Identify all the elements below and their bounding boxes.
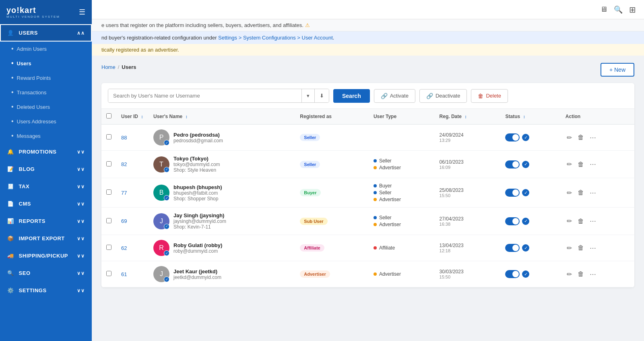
more-options-button[interactable]: ⋯ (588, 133, 597, 143)
user-type-list: Buyer Seller Advertiser (374, 183, 430, 202)
deactivate-button[interactable]: 🔗 Deactivate (419, 89, 467, 103)
sidebar-item-users-addresses[interactable]: Users Addresses (0, 114, 92, 129)
status-sort-icon: ↕ (523, 114, 525, 119)
edit-button[interactable]: ✏ (566, 188, 573, 198)
th-reg-date[interactable]: Reg. Date ↕ (435, 109, 501, 125)
edit-button[interactable]: ✏ (566, 159, 573, 169)
new-button[interactable]: + New (601, 63, 634, 77)
import-export-group-label: 📦 IMPORT EXPORT (7, 235, 65, 241)
status-toggle[interactable] (505, 244, 520, 252)
delete-row-button[interactable]: 🗑 (576, 243, 585, 253)
delete-row-button[interactable]: 🗑 (576, 188, 585, 198)
users-sub-menu: Admin Users Users Reward Points Transact… (0, 42, 92, 143)
reg-time: 13:29 (440, 138, 496, 143)
edit-button[interactable]: ✏ (566, 243, 573, 253)
status-cell: ✓ (500, 178, 560, 208)
activate-button[interactable]: 🔗 Activate (374, 89, 415, 103)
row-checkbox-69[interactable] (106, 218, 111, 223)
more-options-button[interactable]: ⋯ (588, 216, 597, 226)
edit-button[interactable]: ✏ (566, 269, 573, 279)
row-checkbox-88[interactable] (106, 134, 111, 139)
type-dot (374, 223, 377, 226)
delete-row-button[interactable]: 🗑 (576, 216, 585, 226)
search-button[interactable]: Search (333, 89, 370, 103)
edit-button[interactable]: ✏ (566, 133, 573, 143)
nav-group-import-export[interactable]: 📦 IMPORT EXPORT ∨ (0, 230, 92, 247)
th-user-id[interactable]: User ID ↕ (116, 109, 149, 125)
row-checkbox-62[interactable] (106, 245, 111, 250)
row-checkbox-82[interactable] (106, 161, 111, 166)
nav-group-promotions[interactable]: 🔔 PROMOTIONS ∨ (0, 143, 92, 160)
nav-group-settings[interactable]: ⚙️ SETTINGS ∨ (0, 282, 92, 299)
sidebar-item-transactions[interactable]: Transactions (0, 85, 92, 100)
users-table: User ID ↕ User's Name ↕ Registered as Us… (101, 109, 634, 287)
delete-row-button[interactable]: 🗑 (576, 269, 585, 279)
settings-link[interactable]: Settings > System Configurations > User … (218, 35, 333, 41)
warn-text: tically registered as an advertiser. (101, 47, 179, 53)
user-info: B ✓ bhupesh (bhupesh) bhupesh@fatbit.com… (153, 184, 290, 202)
sidebar-item-deleted-users[interactable]: Deleted Users (0, 100, 92, 114)
seo-chevron-icon: ∨ (77, 270, 85, 276)
monitor-icon[interactable]: 🖥 (600, 5, 607, 14)
promotions-chevron-icon: ∨ (77, 149, 85, 155)
user-details: Tokyo (Tokyo) tokyo@dummyid.com Shop: St… (173, 156, 220, 173)
user-details: Pedro (pedrosdsa) pedrosdsd@gmail.com (173, 132, 223, 143)
nav-group-seo[interactable]: 🔍 SEO ∨ (0, 264, 92, 282)
status-toggle-wrap: ✓ (505, 133, 555, 141)
hamburger-icon[interactable]: ☰ (79, 8, 85, 17)
search-topbar-icon[interactable]: 🔍 (614, 5, 623, 14)
shipping-icon: 🚚 (7, 253, 14, 259)
more-options-button[interactable]: ⋯ (588, 243, 597, 253)
search-dropdown-button[interactable]: ▾ (301, 89, 314, 102)
status-toggle[interactable] (505, 133, 520, 141)
nav-group-blog[interactable]: 📝 BLOG ∨ (0, 160, 92, 178)
logo-text: yo!kart (6, 6, 36, 15)
user-details: bhupesh (bhupesh) bhupesh@fatbit.com Sho… (173, 184, 222, 202)
nav-group-cms[interactable]: 📄 CMS ∨ (0, 195, 92, 212)
registered-as-cell: Sub User (295, 208, 369, 235)
tax-chevron-icon: ∨ (77, 184, 85, 189)
search-filter-button[interactable]: ⬇ (314, 89, 329, 102)
action-cell: ✏ 🗑 ⋯ (561, 208, 634, 235)
row-checkbox-61[interactable] (106, 271, 111, 276)
nav-group-tax[interactable]: 🧾 TAX ∨ (0, 178, 92, 195)
status-check-icon: ✓ (522, 134, 529, 141)
user-info-cell: P ✓ Pedro (pedrosdsa) pedrosdsd@gmail.co… (149, 125, 295, 151)
sidebar-item-messages[interactable]: Messages (0, 129, 92, 143)
search-input[interactable] (108, 89, 301, 102)
delete-row-button[interactable]: 🗑 (576, 160, 585, 169)
sidebar-item-admin-users[interactable]: Admin Users (0, 42, 92, 56)
user-info: J ✓ Jay Singh (jaysingh) jaysingh@dummyi… (153, 212, 290, 230)
settings-icon: ⚙️ (7, 287, 14, 293)
row-checkbox-77[interactable] (106, 189, 111, 195)
user-type-item: Advertiser (374, 271, 430, 277)
nav-group-reports[interactable]: 📊 REPORTS ∨ (0, 212, 92, 230)
th-status[interactable]: Status ↕ (500, 109, 560, 125)
delete-row-button[interactable]: 🗑 (576, 133, 585, 142)
nav-group-users[interactable]: 👤 USERS ∧ (0, 24, 92, 42)
grid-icon[interactable]: ⊞ (629, 5, 636, 15)
select-all-checkbox[interactable] (106, 113, 111, 119)
breadcrumb-home[interactable]: Home (101, 64, 116, 70)
status-toggle[interactable] (505, 217, 520, 225)
action-cell: ✏ 🗑 ⋯ (561, 178, 634, 208)
more-options-button[interactable]: ⋯ (588, 159, 597, 169)
status-toggle[interactable] (505, 270, 520, 278)
status-cell: ✓ (500, 208, 560, 235)
user-type-list: Affiliate (374, 245, 430, 251)
th-users-name[interactable]: User's Name ↕ (149, 109, 295, 125)
status-toggle[interactable] (505, 189, 520, 197)
edit-button[interactable]: ✏ (566, 216, 573, 226)
more-options-button[interactable]: ⋯ (588, 269, 597, 279)
type-label: Seller (379, 190, 392, 195)
table-row: 69 J ✓ Jay Singh (jaysingh) jaysingh@dum… (101, 208, 634, 235)
user-shop: Shop: Style Heaven (173, 167, 220, 173)
reg-time: 12:18 (440, 248, 496, 253)
more-options-button[interactable]: ⋯ (588, 188, 597, 198)
sidebar-item-reward-points[interactable]: Reward Points (0, 71, 92, 85)
delete-button[interactable]: 🗑 Delete (471, 89, 508, 103)
sidebar: yo!kart MULTI VENDOR SYSTEM ☰ 👤 USERS ∧ … (0, 0, 92, 341)
sidebar-item-users[interactable]: Users (0, 56, 92, 71)
nav-group-shipping[interactable]: 🚚 SHIPPING/PICKUP ∨ (0, 247, 92, 264)
status-toggle[interactable] (505, 160, 520, 168)
